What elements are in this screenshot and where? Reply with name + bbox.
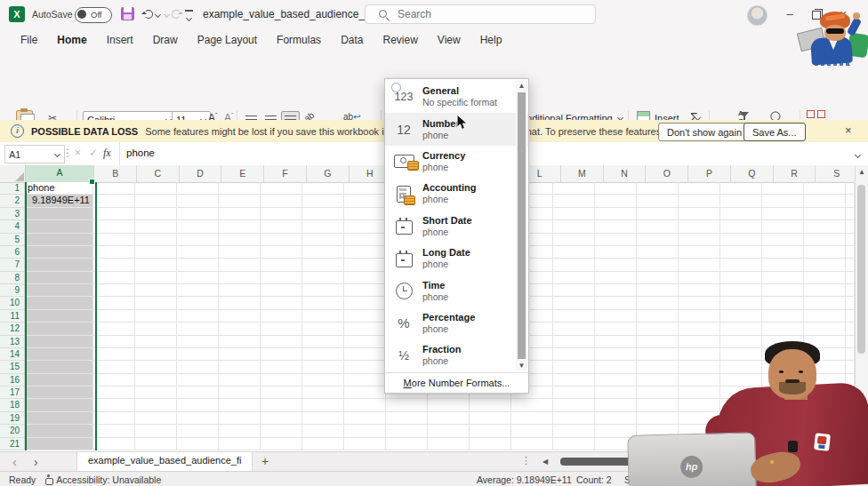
cell-N3[interactable] [595,208,637,220]
column-header-A[interactable]: A [26,165,95,184]
cell-M2[interactable] [553,195,595,207]
cell-H9[interactable] [344,284,386,297]
cell-Q3[interactable] [720,208,762,220]
cell-D5[interactable] [177,234,219,246]
cell-G13[interactable] [302,336,344,348]
cell-F14[interactable] [261,348,302,361]
cell-I21[interactable] [386,438,428,450]
cell-R4[interactable] [762,220,804,233]
cell-A12[interactable] [25,323,93,335]
cell-R8[interactable] [762,272,804,284]
cell-N5[interactable] [595,234,637,246]
cell-D11[interactable] [177,310,219,323]
cell-E1[interactable] [219,182,261,195]
cell-A7[interactable] [25,259,93,271]
cell-N18[interactable] [595,399,637,411]
cell-D8[interactable] [177,272,219,284]
cell-P21[interactable] [679,438,720,450]
cell-B12[interactable] [93,323,135,335]
row-header-21[interactable]: 21 [0,438,25,450]
cell-P20[interactable] [679,425,720,437]
cell-B4[interactable] [93,220,135,233]
cell-P9[interactable] [679,284,720,297]
cell-F20[interactable] [261,425,302,437]
excel-logo-icon[interactable]: X [9,6,25,22]
cell-G11[interactable] [302,310,344,323]
cell-O15[interactable] [637,361,679,373]
cell-O3[interactable] [637,208,679,220]
cell-M16[interactable] [553,374,595,386]
cell-B7[interactable] [93,259,135,271]
cell-C7[interactable] [135,259,177,271]
cell-M21[interactable] [553,438,595,450]
row-header-16[interactable]: 16 [0,374,25,386]
cell-D3[interactable] [177,208,219,220]
cell-G7[interactable] [302,259,344,271]
cell-E8[interactable] [219,272,261,284]
cell-E12[interactable] [219,323,261,335]
cell-G1[interactable] [302,182,344,195]
cancel-icon[interactable]: × [75,147,81,159]
tab-page-layout[interactable]: Page Layout [188,28,267,53]
cell-S21[interactable] [804,438,846,450]
cell-F15[interactable] [261,361,302,373]
cell-M15[interactable] [553,361,595,373]
cell-P17[interactable] [679,386,720,399]
row-header-20[interactable]: 20 [0,425,25,437]
cell-R12[interactable] [762,323,804,335]
cell-N10[interactable] [595,297,637,309]
cell-P2[interactable] [679,195,720,207]
name-box[interactable]: A1 [4,145,65,163]
horizontal-scroll-thumb[interactable] [560,458,850,466]
cell-F12[interactable] [261,323,302,335]
cell-B5[interactable] [93,234,135,246]
cell-L19[interactable] [511,412,553,425]
cell-C5[interactable] [135,234,177,246]
cell-F6[interactable] [261,246,302,259]
tab-home[interactable]: Home [47,28,96,55]
cell-B11[interactable] [93,310,135,323]
cell-P1[interactable] [679,182,720,195]
minimize-button[interactable]: – [779,4,800,25]
cell-S2[interactable] [804,195,846,207]
cell-M5[interactable] [553,234,595,246]
cell-G3[interactable] [302,208,344,220]
cell-E17[interactable] [219,386,261,399]
row-header-8[interactable]: 8 [0,272,25,284]
cell-R1[interactable] [762,182,804,195]
cell-H7[interactable] [344,259,386,271]
cell-C3[interactable] [135,208,177,220]
cell-partial[interactable] [846,182,855,195]
number-format-option-accounting[interactable]: Accountingphone [385,178,528,210]
scroll-up-icon[interactable]: ▲ [858,168,865,176]
restore-button[interactable] [806,4,827,25]
cell-G16[interactable] [302,374,344,386]
cell-P6[interactable] [679,246,720,259]
cell-R15[interactable] [762,361,804,373]
tab-help[interactable]: Help [470,28,512,53]
cell-H3[interactable] [344,208,386,220]
row-header-15[interactable]: 15 [0,361,25,373]
cell-S13[interactable] [804,336,846,348]
cell-G21[interactable] [302,438,344,450]
column-header-C[interactable]: C [137,165,180,183]
row-header-10[interactable]: 10 [0,297,25,309]
cell-N20[interactable] [595,425,637,437]
cell-A15[interactable] [25,361,93,373]
cell-R14[interactable] [762,348,804,361]
cell-B21[interactable] [93,438,135,450]
cell-D16[interactable] [177,374,219,386]
cell-A4[interactable] [25,220,93,233]
cell-P16[interactable] [679,374,720,386]
cell-G12[interactable] [302,323,344,335]
cell-partial[interactable] [846,399,855,411]
column-header-P[interactable]: P [688,165,731,183]
cell-Q11[interactable] [720,310,762,323]
cell-A20[interactable] [25,425,93,437]
cell-partial[interactable] [846,246,855,259]
cell-C1[interactable] [135,182,177,195]
cell-F1[interactable] [261,182,302,195]
cell-G20[interactable] [302,425,344,437]
cell-Q21[interactable] [720,438,762,450]
cell-P4[interactable] [679,220,720,233]
